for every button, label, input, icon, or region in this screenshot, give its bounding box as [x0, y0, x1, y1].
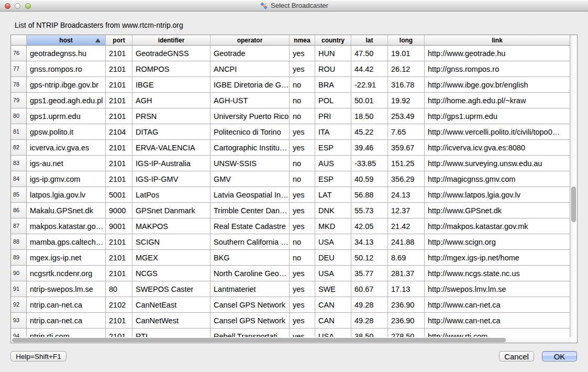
table-row[interactable]: 85latpos.lgia.gov.lv5001LatPosLatvia Geo… — [11, 187, 571, 203]
column-header-identifier[interactable]: identifier — [132, 35, 210, 46]
cell-country: PRI — [315, 108, 351, 124]
row-number: 92 — [11, 297, 27, 313]
cell-long: 19.01 — [388, 46, 425, 61]
table-header-row: hostportidentifieroperatornmeacountrylat… — [11, 35, 570, 46]
cell-host: igs-ip.gmv.com — [27, 171, 106, 187]
cell-port: 2101 — [106, 61, 132, 77]
cell-port: 2101 — [106, 108, 132, 124]
zoom-button[interactable] — [25, 3, 31, 9]
cell-lat: 47.50 — [351, 46, 388, 61]
column-header-nmea[interactable]: nmea — [290, 35, 315, 46]
column-header-label: host — [59, 37, 72, 44]
table-row[interactable]: 93ntrip.can-net.ca2101CanNetWestCansel G… — [11, 313, 571, 329]
cell-country: POL — [315, 93, 351, 108]
column-header-label: port — [113, 37, 125, 44]
cell-lat: 39.46 — [351, 140, 388, 156]
cell-country: USA — [315, 234, 351, 250]
table-row[interactable]: 84igs-ip.gmv.com2101IGS-IP-GMVGMVnoESP40… — [11, 171, 571, 187]
cell-lat: 42.05 — [351, 218, 388, 234]
cell-lat: 50.01 — [351, 93, 388, 108]
table-row[interactable]: 86Makalu.GPSnet.dk9000GPSnet DanmarkTrim… — [11, 203, 571, 218]
table-row[interactable]: 88mamba.gps.caltech…2101SCIGNSouthern Ca… — [11, 234, 571, 250]
table-row[interactable]: 92ntrip.can-net.ca2102CanNetEastCansel G… — [11, 297, 571, 313]
cell-operator: Cansel GPS Network — [210, 313, 290, 329]
cell-link: http://gnss.rompos.ro — [425, 61, 570, 77]
cell-country: ITA — [315, 124, 351, 140]
cell-long: 19.92 — [388, 93, 425, 108]
column-header-link[interactable]: link — [425, 35, 570, 46]
cell-link: http://www.surveying.unsw.edu.au — [425, 156, 570, 171]
cell-port: 2101 — [106, 234, 132, 250]
cell-link: http://makpos.katastar.gov.mk — [425, 218, 570, 234]
cell-country: SWE — [315, 281, 351, 297]
column-header-long[interactable]: long — [388, 35, 425, 46]
cell-country: ESP — [315, 140, 351, 156]
column-header-port[interactable]: port — [106, 35, 132, 46]
horizontal-scrollbar-thumb[interactable] — [12, 338, 506, 343]
cell-nmea: yes — [290, 313, 315, 329]
cell-lat: 34.13 — [351, 234, 388, 250]
column-header-label: nmea — [294, 37, 310, 44]
cell-link: http://magicgnss.gmv.com — [425, 171, 570, 187]
minimize-button[interactable] — [15, 3, 20, 9]
table-row[interactable]: 80gps1.uprm.edu2101PRSNUniversity Puerto… — [11, 108, 571, 124]
table-row[interactable]: 94ntrip.rti.com2101RTIRebell Transportat… — [11, 329, 571, 337]
table-row[interactable]: 82icverva.icv.gva.es2101ERVA-VALENCIACar… — [11, 140, 571, 156]
table-row[interactable]: 83igs-au.net2101IGS-IP-AustraliaUNSW-SSI… — [11, 156, 571, 171]
cell-operator: Latvia Geospatial In… — [210, 187, 290, 203]
column-header-operator[interactable]: operator — [210, 35, 290, 46]
cell-operator: ANCPI — [210, 61, 290, 77]
cell-host: icverva.icv.gva.es — [27, 140, 106, 156]
vertical-scrollbar-track[interactable] — [570, 35, 577, 343]
table-row[interactable]: 76geotradegnss.hu2101GeotradeGNSSGeotrad… — [11, 46, 571, 61]
cell-long: 26.12 — [388, 61, 425, 77]
table-row[interactable]: 89mgex.igs-ip.net2101MGEXBKGnoDEU50.128.… — [11, 250, 571, 266]
help-button[interactable]: Help=Shift+F1 — [10, 351, 66, 362]
cell-identifier: MGEX — [132, 250, 210, 266]
cell-link: http://mgex.igs-ip.net/home — [425, 250, 570, 266]
cancel-button[interactable]: Cancel — [499, 351, 534, 362]
row-number: 81 — [11, 124, 27, 140]
table-row[interactable]: 90ncgsrtk.ncdenr.org2101NCGSNorth Caroli… — [11, 266, 571, 281]
cell-operator: Trimble Center Dan… — [210, 203, 290, 218]
cell-port: 5001 — [106, 187, 132, 203]
cell-host: mamba.gps.caltech… — [27, 234, 106, 250]
cell-lat: 49.28 — [351, 297, 388, 313]
column-header-country[interactable]: country — [315, 35, 351, 46]
column-header-host[interactable]: host — [27, 35, 106, 46]
table-row[interactable]: 91ntrip-swepos.lm.se80SWEPOS CasterLantm… — [11, 281, 571, 297]
cell-host: gpsw.polito.it — [27, 124, 106, 140]
column-header-label: lat — [365, 37, 373, 44]
window-title-bar[interactable]: Select Broadcaster — [0, 0, 588, 12]
cell-long: 12.37 — [388, 203, 425, 218]
cell-long: 253.49 — [388, 108, 425, 124]
cell-identifier: NCGS — [132, 266, 210, 281]
cell-host: geotradegnss.hu — [27, 46, 106, 61]
table-row[interactable]: 78gps-ntrip.ibge.gov.br2101IBGEIGBE Dire… — [11, 77, 571, 93]
cell-link: http://www.ibge.gov.br/english — [425, 77, 570, 93]
cell-identifier: DITAG — [132, 124, 210, 140]
column-header-label: link — [492, 37, 503, 44]
cell-long: 21.42 — [388, 218, 425, 234]
close-button[interactable] — [5, 3, 10, 9]
table-row[interactable]: 81gpsw.polito.it2104DITAGPolitecnico di … — [11, 124, 571, 140]
cell-operator: GMV — [210, 171, 290, 187]
column-header-lat[interactable]: lat — [351, 35, 388, 46]
table-row[interactable]: 87makpos.katastar.go…9001MAKPOSReal Esta… — [11, 218, 571, 234]
vertical-scrollbar-thumb[interactable] — [571, 187, 576, 222]
cell-nmea: yes — [290, 124, 315, 140]
table-row[interactable]: 77gnss.rompos.ro2101ROMPOSANCPIyesROU44.… — [11, 61, 571, 77]
table-row[interactable]: 79gps1.geod.agh.edu.pl2101AGHAGH-USTnoPO… — [11, 93, 571, 108]
cell-host: gps1.geod.agh.edu.pl — [27, 93, 106, 108]
row-number: 82 — [11, 140, 27, 156]
column-header-rownum[interactable] — [11, 35, 27, 46]
cell-host: mgex.igs-ip.net — [27, 250, 106, 266]
ok-button[interactable]: OK — [542, 351, 577, 362]
cell-country: LAT — [315, 187, 351, 203]
cell-operator: IGBE Diretoria de G… — [210, 77, 290, 93]
cell-nmea: yes — [290, 203, 315, 218]
cell-port: 2101 — [106, 46, 132, 61]
cell-nmea: yes — [290, 61, 315, 77]
cell-identifier: IBGE — [132, 77, 210, 93]
cell-link: http://www.rti.com — [425, 329, 570, 337]
